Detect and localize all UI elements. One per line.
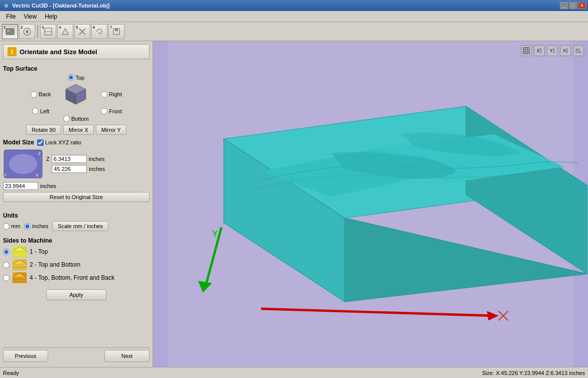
maximize-button[interactable]: □	[569, 2, 577, 9]
sides-section: Sides to Machine 1 - Top	[3, 235, 150, 285]
svg-text:X: X	[563, 48, 566, 53]
toolbar-step-5[interactable]: 5	[74, 24, 90, 39]
sides-2-label[interactable]	[3, 262, 10, 268]
close-button[interactable]: ✕	[578, 2, 586, 9]
model-size-section: Model Size Lock XYZ ratio Z	[3, 139, 150, 206]
svg-point-3	[26, 30, 29, 33]
viewport-icon-grid[interactable]	[521, 45, 532, 56]
previous-button[interactable]: Previous	[3, 350, 48, 362]
title-bar: ⚙ Vectric Cut3D - [Oakland-Tutorial.obj]…	[0, 0, 588, 11]
orientation-bottom[interactable]: Bottom	[63, 115, 89, 122]
toolbar-step-4[interactable]: 4	[57, 24, 73, 39]
section-number: 1	[8, 47, 17, 56]
toolbar-step-2[interactable]: 2	[19, 24, 35, 39]
viewport-icon-axis-z[interactable]: Z	[534, 45, 545, 56]
svg-marker-25	[13, 273, 27, 277]
apply-btn-row: Apply	[3, 289, 150, 300]
mirror-y-button[interactable]: Mirror Y	[96, 125, 126, 135]
svg-rect-28	[523, 48, 529, 54]
x-size-input[interactable]	[3, 182, 38, 190]
x-size-row: inches	[3, 182, 150, 190]
toolbar-step-3[interactable]: 3	[40, 24, 56, 39]
scale-units-button[interactable]: Scale mm / inches	[52, 221, 108, 231]
sides-4-text: 4 - Top, Bottom, Front and Back	[30, 274, 114, 281]
sides-item-1: 1 - Top	[3, 246, 150, 257]
title-bar-buttons: _ □ ✕	[560, 2, 586, 9]
svg-text:Z: Z	[537, 48, 540, 53]
orientation-buttons: Rotate 90 Mirror X Mirror Y	[3, 125, 150, 135]
viewport-icon-axis-y[interactable]: Y	[547, 45, 558, 56]
x-unit: inches	[40, 183, 56, 189]
size-inputs: Z inches Y inches	[46, 155, 105, 173]
rotate90-button[interactable]: Rotate 90	[26, 125, 61, 135]
next-button[interactable]: Next	[104, 350, 150, 362]
svg-text:Y: Y	[212, 229, 218, 239]
reset-size-button[interactable]: Reset to Original Size	[3, 192, 150, 202]
sides-2-text: 2 - Top and Bottom	[30, 261, 80, 268]
model-3d-view: Y	[153, 41, 588, 367]
z-unit: inches	[89, 156, 105, 162]
nav-row: Previous Next	[3, 347, 150, 364]
minimize-button[interactable]: _	[560, 2, 568, 9]
app-icon: ⚙	[2, 2, 10, 10]
toolbar-step-1[interactable]: 1	[2, 24, 18, 39]
menu-file[interactable]: File	[2, 12, 20, 21]
section-header: 1 Orientate and Size Model	[3, 44, 150, 59]
svg-text:Y: Y	[550, 48, 553, 53]
left-panel: 1 Orientate and Size Model Top Surface T…	[0, 41, 153, 367]
model-thumbnail: Z Y X	[3, 149, 43, 179]
orientation-left[interactable]: Left	[32, 108, 49, 114]
model-size-header: Model Size Lock XYZ ratio	[3, 139, 150, 146]
svg-marker-20	[13, 247, 27, 251]
units-section: Units mm inches Scale mm / inches	[3, 210, 150, 231]
title-bar-text: Vectric Cut3D - [Oakland-Tutorial.obj]	[12, 3, 560, 9]
orientation-right[interactable]: Right	[101, 91, 122, 98]
orientation-cube	[61, 82, 91, 107]
z-size-input[interactable]	[52, 155, 87, 163]
mirror-x-button[interactable]: Mirror X	[63, 125, 94, 135]
sides-4-icon	[13, 272, 27, 283]
sides-4-label[interactable]	[3, 275, 10, 281]
lock-ratio-checkbox[interactable]	[37, 139, 44, 146]
viewport-icon-axis-x[interactable]: X	[560, 45, 571, 56]
viewport-icon-xy[interactable]: XY	[573, 45, 584, 56]
units-inches[interactable]: inches	[24, 223, 48, 230]
toolbar-step-6[interactable]: 6	[91, 24, 107, 39]
svg-marker-22	[13, 260, 27, 264]
orientation-top[interactable]: Top	[68, 74, 85, 81]
sides-1-icon	[13, 246, 27, 257]
apply-button[interactable]: Apply	[46, 289, 106, 300]
sides-1-text: 1 - Top	[30, 248, 48, 255]
svg-point-15	[9, 154, 37, 174]
status-bar: Ready Size: X:45.226 Y:23.9944 Z:6.3413 …	[0, 367, 588, 378]
svg-rect-10	[115, 29, 118, 31]
sides-2-icon	[13, 259, 27, 270]
orientation-back[interactable]: Back	[31, 91, 51, 98]
top-surface-label: Top Surface	[3, 65, 150, 72]
lock-ratio-text: Lock XYZ ratio	[45, 139, 81, 145]
svg-text:X: X	[36, 173, 39, 177]
sides-item-2: 2 - Top and Bottom	[3, 259, 150, 270]
orientation-grid: Top Back Right	[26, 74, 126, 122]
z-size-row: Z inches	[46, 155, 105, 163]
lock-ratio-label[interactable]: Lock XYZ ratio	[37, 139, 81, 146]
units-mm[interactable]: mm	[3, 223, 20, 230]
toolbar: 1 2 3 4 5 6 7	[0, 22, 588, 41]
menu-help[interactable]: Help	[41, 12, 61, 21]
y-size-input[interactable]	[52, 165, 87, 173]
y-unit: inches	[89, 166, 105, 172]
menu-view[interactable]: View	[20, 12, 41, 21]
svg-text:Y: Y	[4, 173, 7, 177]
units-row: mm inches Scale mm / inches	[3, 221, 150, 231]
y-size-row: Y inches	[46, 165, 105, 173]
sides-item-4: 4 - Top, Bottom, Front and Back	[3, 272, 150, 283]
z-label: Z	[46, 156, 50, 162]
svg-text:Z: Z	[38, 151, 41, 156]
sides-1-label[interactable]	[3, 249, 10, 255]
model-size-label: Model Size	[3, 139, 34, 146]
orientation-front[interactable]: Front	[101, 108, 122, 114]
svg-text:XY: XY	[575, 48, 580, 52]
toolbar-step-7[interactable]: 7	[108, 24, 124, 39]
status-ready: Ready	[3, 370, 482, 376]
menu-bar: File View Help	[0, 11, 588, 22]
